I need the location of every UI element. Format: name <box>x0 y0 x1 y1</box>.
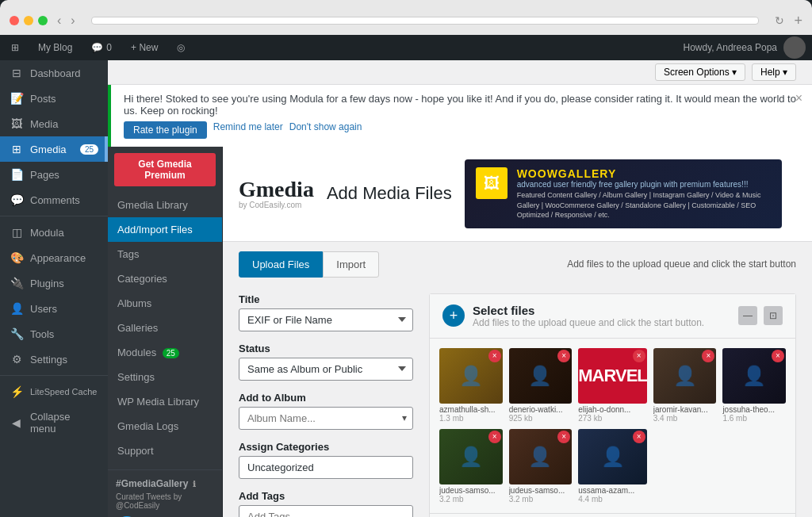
file-remove-5[interactable]: × <box>772 350 784 362</box>
comments-item[interactable]: 💬 0 <box>86 35 117 60</box>
sidebar-label-dashboard: Dashboard <box>30 67 81 79</box>
sidebar-item-plugins[interactable]: 🔌 Plugins <box>0 270 108 296</box>
tab-upload[interactable]: Upload Files <box>239 251 323 278</box>
file-thumb-6: 👤 × judeus-samso... 3.2 mb <box>439 429 503 504</box>
submenu-settings-label: Settings <box>117 371 155 383</box>
file-remove-7[interactable]: × <box>557 431 570 443</box>
help-button[interactable]: Help ▾ <box>752 63 796 81</box>
sidebar-item-dashboard[interactable]: ⊟ Dashboard <box>0 60 108 86</box>
sidebar: ⊟ Dashboard 📝 Posts 🖼 Media ⊞ Gmedia 25 … <box>0 60 108 517</box>
submenu-albums[interactable]: Albums <box>108 291 222 316</box>
tabs-bar: Upload Files Import Add files to the upl… <box>223 242 812 278</box>
sidebar-item-gmedia[interactable]: ⊞ Gmedia 25 <box>0 136 108 162</box>
sidebar-item-collapse[interactable]: ◀ Collapse menu <box>0 404 108 441</box>
rate-plugin-button[interactable]: Rate the plugin <box>124 121 207 139</box>
twitter-title: #GmediaGallery ℹ <box>116 478 214 489</box>
dot-red[interactable] <box>10 16 19 25</box>
sidebar-label-gmedia: Gmedia <box>30 144 67 155</box>
tab-import[interactable]: Import <box>323 251 379 278</box>
submenu-modules[interactable]: Modules 25 <box>108 340 222 365</box>
sidebar-item-tools[interactable]: 🔧 Tools <box>0 321 108 347</box>
dismiss-link[interactable]: Don't show again <box>289 121 362 139</box>
sidebar-label-comments: Comments <box>30 194 80 206</box>
dot-yellow[interactable] <box>24 16 33 25</box>
file-remove-8[interactable]: × <box>633 431 645 443</box>
new-item[interactable]: + New <box>126 35 163 60</box>
submenu-tags[interactable]: Tags <box>108 242 222 266</box>
file-remove-6[interactable]: × <box>488 431 501 443</box>
screen-options-button[interactable]: Screen Options ▾ <box>655 63 745 81</box>
submenu-support-label: Support <box>117 445 154 457</box>
file-remove-2[interactable]: × <box>557 350 570 362</box>
woowgallery-banner[interactable]: 🖼 WOOWGALLERY advanced user friendly fre… <box>465 159 782 228</box>
tab-import-label: Import <box>336 258 366 270</box>
title-select[interactable]: EXIF or File Name File Name EXIF Title <box>239 308 413 331</box>
gmedia-icon: ⊞ <box>10 143 24 155</box>
thumb-size-2: 925 kb <box>509 414 573 423</box>
browser-url-bar[interactable] <box>91 17 760 25</box>
submenu-tags-label: Tags <box>117 248 139 260</box>
sidebar-item-users[interactable]: 👤 Users <box>0 296 108 321</box>
file-remove-3[interactable]: × <box>633 350 645 362</box>
sidebar-item-litespeed[interactable]: ⚡ LiteSpeed Cache <box>0 379 108 404</box>
file-zone-title: Select files <box>473 304 704 317</box>
new-label: + New <box>131 42 158 53</box>
customize-item[interactable]: ◎ <box>172 35 190 60</box>
sidebar-item-settings[interactable]: ⚙ Settings <box>0 347 108 372</box>
status-select[interactable]: Same as Album or Public Public Private <box>239 358 413 381</box>
sidebar-label-media: Media <box>30 118 58 130</box>
add-tab-icon[interactable]: + <box>794 13 802 29</box>
wp-logo-item[interactable]: ⊞ <box>6 35 24 60</box>
sidebar-item-media[interactable]: 🖼 Media <box>0 111 108 136</box>
zone-expand-button[interactable]: ⊡ <box>764 306 783 325</box>
sidebar-item-modula[interactable]: ◫ Modula <box>0 220 108 245</box>
submenu-add[interactable]: Add/Import Files <box>108 217 222 242</box>
submenu-support[interactable]: Support <box>108 438 222 463</box>
submenu-wp-media[interactable]: WP Media Library <box>108 389 222 414</box>
submenu-galleries[interactable]: Galleries <box>108 316 222 340</box>
album-input[interactable] <box>239 407 413 430</box>
remind-later-link[interactable]: Remind me later <box>213 121 283 139</box>
comment-count: 0 <box>106 42 112 53</box>
plugins-icon: 🔌 <box>10 277 24 289</box>
select-files-button[interactable]: + <box>442 304 465 327</box>
browser-nav: ‹ › <box>54 13 79 28</box>
tags-input[interactable] <box>239 505 413 517</box>
file-thumb-5: 👤 × jossuha-theo... 1.6 mb <box>722 348 786 423</box>
submenu-categories[interactable]: Categories <box>108 266 222 291</box>
submenu-settings[interactable]: Settings <box>108 365 222 389</box>
file-remove-1[interactable]: × <box>488 350 501 362</box>
sidebar-item-comments[interactable]: 💬 Comments <box>0 187 108 213</box>
submenu-library[interactable]: Gmedia Library <box>108 193 222 217</box>
sidebar-item-posts[interactable]: 📝 Posts <box>0 86 108 111</box>
get-premium-button[interactable]: Get Gmedia Premium <box>114 153 216 186</box>
back-button[interactable]: ‹ <box>54 13 64 28</box>
thumb-name-3: elijah-o-donn... <box>578 405 647 414</box>
howdy-text: Howdy, Andreea Popa <box>683 42 777 53</box>
sidebar-item-appearance[interactable]: 🎨 Appearance <box>0 245 108 270</box>
thumb-placeholder-5: 👤 <box>742 365 766 387</box>
dot-green[interactable] <box>38 16 48 25</box>
forward-button[interactable]: › <box>67 13 78 28</box>
notification-close-icon[interactable]: × <box>795 91 802 105</box>
screen-options-bar: Screen Options ▾ Help ▾ <box>108 60 812 85</box>
thumb-placeholder-1: 👤 <box>459 365 483 387</box>
zone-minimize-button[interactable]: — <box>738 306 757 325</box>
thumb-placeholder-4: 👤 <box>673 365 697 387</box>
sidebar-item-pages[interactable]: 📄 Pages <box>0 162 108 187</box>
wp-application: ⊞ My Blog 💬 0 + New ◎ Howdy, Andreea Pop… <box>0 35 812 517</box>
thumb-size-4: 3.4 mb <box>653 414 717 423</box>
page-header-inner: Gmedia by CodEasily.com Add Media Files … <box>223 147 812 241</box>
notification-message: Hi there! Stoked to see you're using Mod… <box>124 93 796 117</box>
submenu-logs[interactable]: Gmedia Logs <box>108 414 222 438</box>
banner-content: WOOWGALLERY advanced user friendly free … <box>517 167 771 220</box>
sidebar-label-settings: Settings <box>30 354 67 366</box>
upload-footer: ● 8 files queued ● Start Upload 0% 18.5 … <box>430 513 795 517</box>
sidebar-label-tools: Tools <box>30 328 54 340</box>
refresh-icon[interactable]: ↻ <box>775 14 784 27</box>
modula-icon: ◫ <box>10 226 24 239</box>
categories-input[interactable] <box>239 456 413 479</box>
thumb-name-4: jaromir-kavan... <box>653 405 717 414</box>
my-blog-item[interactable]: My Blog <box>33 35 77 60</box>
page-title: Add Media Files <box>327 183 452 204</box>
